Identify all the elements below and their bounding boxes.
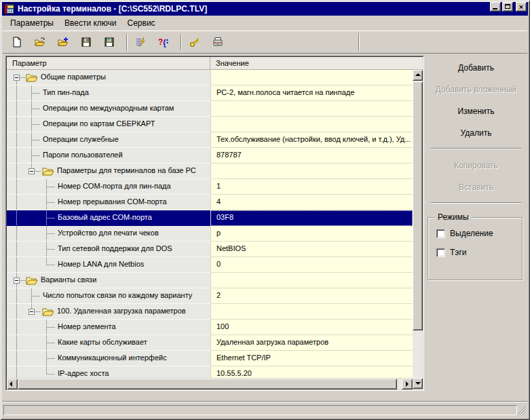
status-text <box>3 405 517 415</box>
value-cell[interactable]: 4 <box>210 195 413 210</box>
resize-grip-icon[interactable] <box>518 406 527 415</box>
help-syntax-button[interactable]: ?{ <box>156 34 172 50</box>
column-header-parameter[interactable]: Параметр <box>7 57 210 69</box>
maximize-button[interactable] <box>502 2 513 12</box>
value-cell[interactable]: 878787 <box>210 148 413 164</box>
tree-group-row[interactable]: Варианты связи <box>7 273 413 288</box>
collapse-toggle[interactable] <box>29 309 35 315</box>
tree-row[interactable]: IP-адрес хоста10.55.5.20 <box>7 366 413 378</box>
tree-row[interactable]: Операции служебныеТех.обслуживание (наст… <box>7 132 413 148</box>
horizontal-scroll-thumb[interactable] <box>18 379 397 389</box>
tree-row[interactable]: Пароли пользователей878787 <box>7 148 413 164</box>
value-cell[interactable]: 03F8 <box>210 210 413 226</box>
menu-item-0[interactable]: Параметры <box>5 17 59 29</box>
open-append-button[interactable] <box>56 34 72 50</box>
value-cell[interactable] <box>210 273 413 288</box>
param-cell[interactable]: Тип сетевой поддержки для DOS <box>7 242 210 257</box>
param-cell[interactable]: Устройство для печати чеков <box>7 226 210 242</box>
tree-row[interactable]: Число попыток связи по каждому варианту2 <box>7 288 413 304</box>
tree-row[interactable]: Тип сетевой поддержки для DOSNetBIOS <box>7 242 413 257</box>
value-cell[interactable]: 100 <box>210 320 413 335</box>
param-cell[interactable]: Общие параметры <box>7 70 210 85</box>
tree-row[interactable]: Операции по международным картам <box>7 101 413 117</box>
tree-row-selected[interactable]: Базовый адрес COM-порта03F8 <box>7 210 413 226</box>
param-cell[interactable]: Тип пин-пада <box>7 85 210 101</box>
value-cell[interactable]: 0 <box>210 257 413 273</box>
param-cell[interactable]: Базовый адрес COM-порта <box>7 210 210 226</box>
param-cell[interactable]: Операции по международным картам <box>7 101 210 117</box>
tree-row[interactable]: Номер COM-порта для пин-пада1 <box>7 179 413 195</box>
scroll-up-button[interactable] <box>413 70 423 81</box>
scroll-down-button[interactable] <box>413 378 423 389</box>
scroll-right-button[interactable] <box>402 379 413 389</box>
scroll-left-button[interactable] <box>7 379 18 389</box>
tree-row[interactable]: Коммуникационный интерфейсEthernet TCP/I… <box>7 351 413 366</box>
vertical-scroll-thumb[interactable] <box>413 81 423 330</box>
tree-row[interactable]: Тип пин-падаPC-2, магн.полоса читается н… <box>7 85 413 101</box>
horizontal-scrollbar[interactable] <box>7 379 413 389</box>
value-cell[interactable] <box>210 304 413 320</box>
vertical-scrollbar[interactable] <box>413 70 423 389</box>
action-button-вставить[interactable]: Вставить <box>425 179 527 195</box>
param-cell[interactable]: Пароли пользователей <box>7 148 210 164</box>
param-cell[interactable]: IP-адрес хоста <box>7 366 210 378</box>
param-cell[interactable]: Операции служебные <box>7 132 210 148</box>
close-button[interactable]: × <box>516 2 527 12</box>
save-as-button[interactable] <box>102 34 118 50</box>
param-cell[interactable]: Какие карты обслуживает <box>7 335 210 351</box>
tree-row[interactable]: Номер элемента100 <box>7 320 413 335</box>
action-button-добавить[interactable]: Добавить <box>425 60 527 76</box>
save-button[interactable] <box>79 34 95 50</box>
value-cell[interactable] <box>210 101 413 117</box>
param-cell[interactable]: Коммуникационный интерфейс <box>7 351 210 366</box>
value-cell[interactable]: 1 <box>210 179 413 195</box>
param-cell[interactable]: Номер прерывания COM-порта <box>7 195 210 210</box>
collapse-toggle[interactable] <box>14 278 20 284</box>
action-button-удалить[interactable]: Удалить <box>425 125 527 141</box>
tree-row[interactable]: Номер LANA для Netbios0 <box>7 257 413 273</box>
param-cell[interactable]: Варианты связи <box>7 273 210 288</box>
param-cell[interactable]: Параметры для терминалов на базе PC <box>7 164 210 179</box>
action-button-копировать[interactable]: Копировать <box>425 157 527 174</box>
value-cell[interactable]: NetBIOS <box>210 242 413 257</box>
value-cell[interactable]: 10.55.5.20 <box>210 366 413 378</box>
param-cell[interactable]: Номер LANA для Netbios <box>7 257 210 273</box>
param-cell[interactable]: 100. Удаленная загрузка параметров <box>7 304 210 320</box>
value-cell[interactable]: p <box>210 226 413 242</box>
value-cell[interactable]: Тех.обслуживание (настройки, ввод ключей… <box>210 132 413 148</box>
minimize-button[interactable] <box>490 2 501 12</box>
tree-group-row[interactable]: Общие параметры <box>7 70 413 85</box>
value-cell[interactable] <box>210 70 413 85</box>
title-bar[interactable]: Настройка терминалов - [C:\SC552\RDLPC.T… <box>2 2 528 16</box>
value-cell[interactable]: Ethernet TCP/IP <box>210 351 413 366</box>
key-button[interactable] <box>187 34 204 50</box>
checkbox-выделение[interactable] <box>436 229 445 238</box>
param-cell[interactable]: Номер элемента <box>7 320 210 335</box>
collapse-toggle[interactable] <box>29 168 35 174</box>
menu-item-2[interactable]: Сервис <box>122 17 161 29</box>
tree-group-row[interactable]: 100. Удаленная загрузка параметров <box>7 304 413 320</box>
collapse-toggle[interactable] <box>14 75 20 81</box>
value-cell[interactable]: Удаленная загрузка параметров <box>210 335 413 351</box>
checkbox-тэги[interactable] <box>436 248 445 257</box>
value-cell[interactable] <box>210 164 413 179</box>
value-cell[interactable] <box>210 117 413 132</box>
action-button-изменить[interactable]: Изменить <box>425 103 527 119</box>
new-file-button[interactable] <box>10 34 26 50</box>
value-cell[interactable]: PC-2, магн.полоса читается на пинпаде <box>210 85 413 101</box>
tree-group-row[interactable]: Параметры для терминалов на базе PC <box>7 164 413 179</box>
apply-params-button[interactable] <box>133 34 149 50</box>
menu-item-1[interactable]: Ввести ключи <box>59 17 122 29</box>
open-file-button[interactable] <box>33 34 49 50</box>
tree-row[interactable]: Операции по картам СБЕРКАРТ <box>7 117 413 132</box>
param-cell[interactable]: Операции по картам СБЕРКАРТ <box>7 117 210 132</box>
tree-row[interactable]: Устройство для печати чековp <box>7 226 413 242</box>
param-cell[interactable]: Номер COM-порта для пин-пада <box>7 179 210 195</box>
tree-row[interactable]: Номер прерывания COM-порта4 <box>7 195 413 210</box>
tree-row[interactable]: Какие карты обслуживаетУдаленная загрузк… <box>7 335 413 351</box>
print-device-button[interactable] <box>210 34 227 50</box>
action-button-добавить-вложенный[interactable]: Добавить вложенный <box>425 81 527 98</box>
param-cell[interactable]: Число попыток связи по каждому варианту <box>7 288 210 304</box>
column-header-value[interactable]: Значение <box>210 57 423 69</box>
value-cell[interactable]: 2 <box>210 288 413 304</box>
